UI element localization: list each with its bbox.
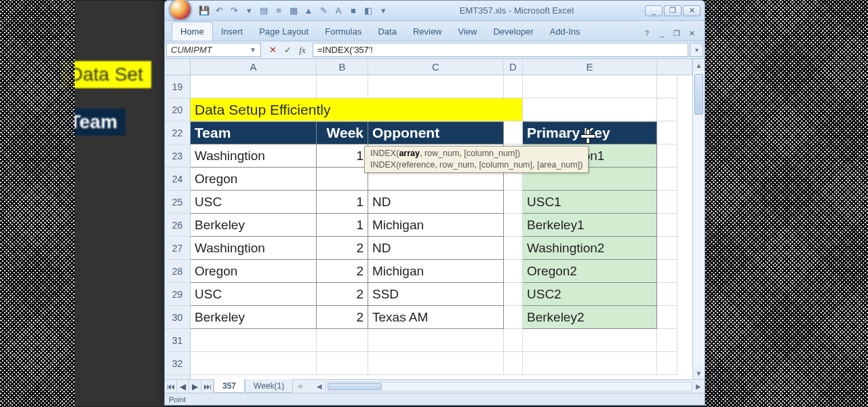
cell-opponent[interactable]: Michigan: [368, 260, 504, 283]
row-header[interactable]: 28: [165, 260, 190, 283]
cell-week[interactable]: 2: [317, 260, 368, 283]
cell[interactable]: [317, 329, 368, 352]
cell[interactable]: [191, 352, 317, 375]
ribbon-tab-data[interactable]: Data: [370, 22, 404, 41]
cell-team[interactable]: Berkeley: [191, 214, 317, 237]
cell[interactable]: [657, 329, 677, 352]
sheet-nav-prev-icon[interactable]: ◀: [177, 380, 189, 393]
ribbon-tab-add-ins[interactable]: Add-Ins: [542, 22, 589, 41]
column-header-B[interactable]: B: [317, 59, 368, 75]
cell[interactable]: [657, 75, 677, 98]
cell-opponent[interactable]: ND: [368, 191, 504, 214]
qat-custom3-icon[interactable]: ▦: [288, 5, 299, 16]
grid-rows[interactable]: INDEX(array, row_num, [column_num]) INDE…: [191, 75, 692, 379]
cell-week[interactable]: 2: [317, 283, 368, 306]
name-box-dropdown-icon[interactable]: ▼: [250, 46, 256, 54]
sheet-nav-next-icon[interactable]: ▶: [189, 380, 201, 393]
cell[interactable]: [657, 260, 677, 283]
banner-title[interactable]: Data Setup Efficiently: [191, 98, 523, 121]
ribbon-tab-formulas[interactable]: Formulas: [317, 22, 370, 41]
cell-primary-key[interactable]: Washingtion2: [523, 237, 657, 260]
cell[interactable]: [191, 75, 317, 98]
row-header[interactable]: 20: [165, 98, 190, 121]
new-sheet-icon[interactable]: ✧: [293, 380, 308, 393]
cell-gap[interactable]: [504, 237, 523, 260]
hscroll-track[interactable]: [326, 382, 692, 391]
qat-custom8-icon[interactable]: ◧: [363, 5, 374, 16]
row-header[interactable]: 29: [165, 283, 190, 306]
cell-primary-key[interactable]: USC2: [523, 283, 657, 306]
sheet-tab-active[interactable]: 357: [214, 379, 245, 393]
cell[interactable]: [657, 168, 677, 191]
qat-custom4-icon[interactable]: ▲: [303, 5, 314, 16]
cell-gap[interactable]: [504, 306, 523, 329]
qat-custom5-icon[interactable]: ✎: [318, 5, 329, 16]
cell[interactable]: [191, 329, 317, 352]
cell-primary-key[interactable]: Berkeley1: [523, 214, 657, 237]
column-header-D[interactable]: D: [504, 59, 523, 75]
cell-opponent[interactable]: ND: [368, 237, 504, 260]
ribbon-tab-review[interactable]: Review: [405, 22, 450, 41]
scroll-right-icon[interactable]: ▶: [692, 383, 705, 390]
ribbon-tab-view[interactable]: View: [450, 22, 486, 41]
scroll-down-icon[interactable]: ▼: [693, 367, 705, 379]
cell[interactable]: [317, 352, 368, 375]
cell-primary-key[interactable]: USC1: [523, 191, 657, 214]
help-icon[interactable]: ?: [641, 28, 653, 38]
row-header[interactable]: 31: [165, 329, 190, 352]
table-header-week[interactable]: Week: [317, 121, 368, 144]
select-all-corner[interactable]: [165, 59, 190, 75]
ribbon-tab-insert[interactable]: Insert: [213, 22, 252, 41]
ribbon-tab-page-layout[interactable]: Page Layout: [251, 22, 317, 41]
cancel-formula-icon[interactable]: ✕: [267, 44, 279, 56]
column-header-E[interactable]: E: [523, 59, 657, 75]
save-icon[interactable]: 💾: [199, 5, 210, 16]
cell[interactable]: [657, 98, 677, 121]
row-header[interactable]: 26: [165, 214, 190, 237]
cell-opponent[interactable]: Texas AM: [368, 306, 504, 329]
cell-week[interactable]: 1: [317, 214, 368, 237]
close-button[interactable]: ✕: [683, 5, 701, 16]
mdi-minimize-button[interactable]: _: [656, 28, 668, 38]
ribbon-tab-developer[interactable]: Developer: [485, 22, 541, 41]
cell[interactable]: [368, 75, 504, 98]
sheet-nav-first-icon[interactable]: ⏮: [165, 380, 177, 393]
cell-opponent[interactable]: SSD: [368, 283, 504, 306]
cell[interactable]: [657, 352, 677, 375]
cell[interactable]: [657, 121, 677, 144]
row-header[interactable]: 22: [165, 121, 190, 144]
formula-input[interactable]: =INDEX('357'!: [313, 43, 688, 57]
sheet-tab[interactable]: Week(1): [245, 379, 293, 393]
cell[interactable]: [657, 214, 677, 237]
qat-more-icon[interactable]: ▾: [243, 5, 254, 16]
qat-custom7-icon[interactable]: ■: [348, 5, 359, 16]
row-header[interactable]: 19: [165, 75, 190, 98]
cell-gap[interactable]: [504, 214, 523, 237]
maximize-button[interactable]: ❐: [664, 5, 682, 16]
cell[interactable]: [523, 98, 657, 121]
row-header[interactable]: 25: [165, 191, 190, 214]
row-header[interactable]: 27: [165, 237, 190, 260]
cell-team[interactable]: Washingtion: [191, 237, 317, 260]
cell-team[interactable]: USC: [191, 191, 317, 214]
table-header-team[interactable]: Team: [191, 121, 317, 144]
qat-custom6-icon[interactable]: A: [333, 5, 344, 16]
cell[interactable]: [504, 75, 523, 98]
cell[interactable]: [504, 352, 523, 375]
cell-primary-key[interactable]: Oregon2: [523, 260, 657, 283]
cell-week[interactable]: 2: [317, 306, 368, 329]
cell[interactable]: [657, 144, 677, 168]
cell-week[interactable]: 2: [317, 237, 368, 260]
mdi-close-button[interactable]: ✕: [686, 28, 698, 38]
cell[interactable]: [523, 329, 657, 352]
cell-team[interactable]: Oregon: [191, 168, 317, 191]
row-header[interactable]: 32: [165, 352, 190, 375]
cell[interactable]: [368, 352, 504, 375]
cell[interactable]: [657, 306, 677, 329]
horizontal-scrollbar[interactable]: ◀ ▶: [313, 380, 705, 393]
cell-gap[interactable]: [504, 283, 523, 306]
row-header[interactable]: 23: [165, 144, 190, 168]
cell[interactable]: [368, 329, 504, 352]
minimize-button[interactable]: _: [645, 5, 663, 16]
cell-week[interactable]: 1: [317, 144, 368, 168]
